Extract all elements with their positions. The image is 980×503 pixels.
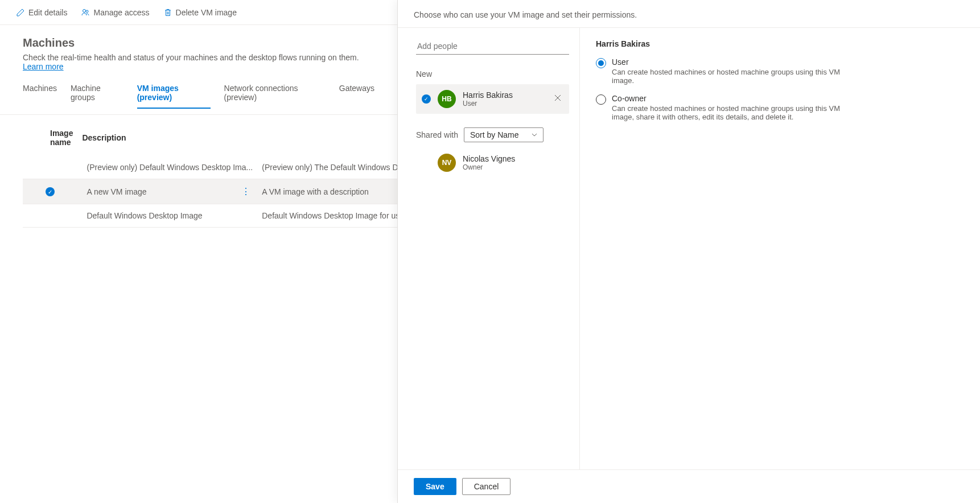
svg-point-1 bbox=[86, 10, 88, 13]
cancel-button[interactable]: Cancel bbox=[462, 478, 511, 495]
tab-vm-images[interactable]: VM images (preview) bbox=[137, 79, 211, 109]
tab-gateways[interactable]: Gateways bbox=[339, 79, 374, 109]
page-subtitle: Check the real-time health and status of… bbox=[23, 53, 374, 71]
avatar: HB bbox=[438, 90, 456, 108]
person-name: Harris Bakiras bbox=[463, 90, 513, 100]
avatar: NV bbox=[438, 154, 456, 172]
svg-point-0 bbox=[83, 9, 86, 12]
manage-access-button[interactable]: Manage access bbox=[74, 5, 156, 20]
new-section-label: New bbox=[416, 69, 569, 79]
cell-name: A new VM image bbox=[87, 187, 146, 196]
close-icon bbox=[554, 94, 561, 101]
toolbar-label: Delete VM image bbox=[176, 8, 237, 17]
delete-vm-image-button[interactable]: Delete VM image bbox=[157, 5, 244, 20]
permission-coowner-option[interactable]: Co-owner Can create hosted machines or h… bbox=[596, 94, 964, 121]
permission-user-option[interactable]: User Can create hosted machines or hoste… bbox=[596, 57, 964, 85]
more-options-icon[interactable]: ⋮ bbox=[241, 186, 253, 197]
remove-person-button[interactable] bbox=[552, 92, 563, 104]
permission-desc: Can create hosted machines or hosted mac… bbox=[612, 68, 862, 85]
trash-icon bbox=[163, 8, 172, 17]
person-name: Nicolas Vignes bbox=[463, 154, 515, 163]
save-button[interactable]: Save bbox=[414, 478, 456, 495]
tab-machine-groups[interactable]: Machine groups bbox=[71, 79, 123, 109]
toolbar-label: Edit details bbox=[28, 8, 67, 17]
person-card[interactable]: NV Nicolas Vignes Owner bbox=[416, 148, 569, 178]
manage-access-panel: Choose who can use your VM image and set… bbox=[397, 0, 980, 503]
tab-machines[interactable]: Machines bbox=[23, 79, 57, 109]
detail-person-name: Harris Bakiras bbox=[596, 39, 964, 48]
checkmark-icon: ✓ bbox=[46, 187, 55, 196]
table-row[interactable]: ✓ A new VM image ⋮ A VM image with a des… bbox=[23, 179, 433, 204]
permission-label: Co-owner bbox=[612, 94, 862, 103]
people-icon bbox=[81, 8, 90, 17]
radio-icon bbox=[596, 94, 606, 105]
learn-more-link[interactable]: Learn more bbox=[23, 62, 64, 71]
col-image-name[interactable]: Image name bbox=[23, 115, 82, 156]
chevron-down-icon bbox=[532, 130, 537, 139]
shared-with-label: Shared with bbox=[416, 130, 458, 139]
radio-icon bbox=[596, 58, 606, 68]
edit-details-button[interactable]: Edit details bbox=[9, 5, 74, 20]
vm-images-table: Image name Description (Preview only) De… bbox=[23, 115, 433, 228]
table-row[interactable]: Default Windows Desktop Image Default Wi… bbox=[23, 204, 433, 228]
panel-header: Choose who can use your VM image and set… bbox=[398, 0, 980, 28]
table-row[interactable]: (Preview only) Default Windows Desktop I… bbox=[23, 156, 433, 179]
toolbar: Edit details Manage access Delete VM ima… bbox=[0, 0, 397, 25]
pencil-icon bbox=[16, 8, 25, 17]
tab-network-connections[interactable]: Network connections (preview) bbox=[224, 79, 326, 109]
tabs: Machines Machine groups VM images (previ… bbox=[23, 79, 374, 109]
person-role: User bbox=[463, 100, 513, 108]
person-role: Owner bbox=[463, 163, 515, 171]
checkmark-icon: ✓ bbox=[422, 94, 431, 104]
toolbar-label: Manage access bbox=[93, 8, 149, 17]
permission-label: User bbox=[612, 57, 862, 67]
page-title: Machines bbox=[23, 36, 374, 50]
person-card[interactable]: ✓ HB Harris Bakiras User bbox=[416, 84, 569, 114]
cell-name: (Preview only) Default Windows Desktop I… bbox=[82, 156, 262, 179]
add-people-input[interactable] bbox=[416, 38, 569, 55]
col-description[interactable]: Description bbox=[82, 115, 262, 156]
cell-name: Default Windows Desktop Image bbox=[82, 204, 262, 228]
sort-by-select[interactable]: Sort by Name bbox=[464, 127, 543, 142]
permission-desc: Can create hosted machines or hosted mac… bbox=[612, 104, 862, 121]
